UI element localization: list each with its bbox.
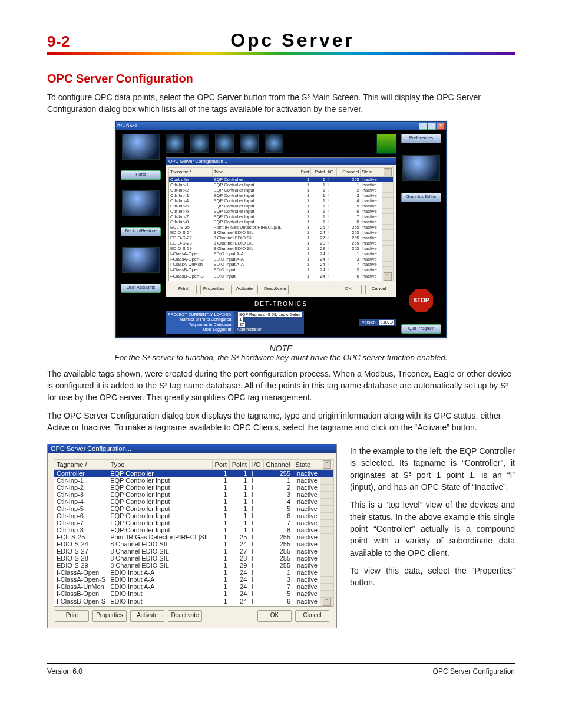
table-row[interactable]: Ctlr-Inp-4EQP Controller Input11I4Inacti…: [54, 498, 334, 505]
table-row[interactable]: I-ClassB-OpenEDIO Input124I5Inactive: [169, 267, 394, 272]
tool-icon[interactable]: [215, 134, 234, 153]
section-heading: OPC Server Configuration: [47, 72, 515, 85]
table-row[interactable]: Ctlr-Inp-7EQP Controller Input11I7Inacti…: [169, 214, 394, 219]
scroll-down-icon[interactable]: ˅: [384, 272, 392, 281]
properties-button[interactable]: Properties: [92, 610, 127, 622]
table-row[interactable]: ControllerEQP Controller11I255Inactive: [54, 470, 334, 477]
maximize-icon[interactable]: □: [428, 123, 436, 130]
col-tagname[interactable]: Tagname /: [54, 460, 108, 470]
table-row[interactable]: I-ClassA-UnMonEDIO Input A-A124I7Inactiv…: [169, 262, 394, 267]
preferences-button[interactable]: Preferences: [401, 134, 441, 143]
close-icon[interactable]: ×: [437, 123, 445, 130]
graphics-editor-button[interactable]: Graphics Editor: [401, 193, 441, 202]
table-row[interactable]: Ctlr-Inp-1EQP Controller Input11I1Inacti…: [54, 477, 334, 484]
table-row[interactable]: EDIO-S-278 Channel EDIO SIL127I255Inacti…: [169, 235, 394, 241]
ok-button[interactable]: OK: [335, 285, 362, 294]
table-row[interactable]: Ctlr-Inp-8EQP Controller Input11I8Inacti…: [54, 526, 334, 533]
brand-square-icon: [376, 134, 396, 154]
user-accounts-button[interactable]: User Accounts: [121, 284, 161, 293]
activate-button[interactable]: Activate: [130, 610, 164, 622]
col-point[interactable]: Point: [229, 460, 249, 470]
paragraph-4: In the example to the left, the EQP Cont…: [350, 445, 515, 493]
table-row[interactable]: Ctlr-Inp-5EQP Controller Input11I5Inacti…: [54, 505, 334, 512]
opc-table-mini: Tagname / Type Port Point I/O Channel St…: [168, 167, 394, 282]
thumbnail-backup: [122, 190, 160, 216]
table-row[interactable]: EDIO-S-298 Channel EDIO SIL129I255Inacti…: [54, 562, 334, 569]
table-row[interactable]: I-ClassA-Open-SEDIO Input A-A124I3Inacti…: [169, 256, 394, 262]
table-row[interactable]: Ctlr-Inp-2EQP Controller Input11I2Inacti…: [54, 484, 334, 491]
table-row[interactable]: Ctlr-Inp-5EQP Controller Input11I5Inacti…: [169, 203, 394, 209]
col-point[interactable]: Point: [310, 167, 326, 176]
brand-logo-text: DET-TRONICS: [166, 301, 396, 308]
table-row[interactable]: EDIO-S-278 Channel EDIO SIL127I255Inacti…: [54, 548, 334, 555]
table-row[interactable]: I-ClassA-OpenEDIO Input A-A124I1Inactive: [54, 569, 334, 576]
quit-program-button[interactable]: Quit Program: [401, 324, 441, 334]
col-state[interactable]: State: [361, 167, 382, 176]
page-title: Opc Server: [70, 29, 515, 51]
table-row[interactable]: Ctlr-Inp-6EQP Controller Input11I6Inacti…: [169, 209, 394, 214]
table-row[interactable]: I-ClassB-Open-SEDIO Input124I6Inactive˅: [54, 597, 334, 606]
user-logged-value: Administrator: [237, 327, 261, 331]
col-port[interactable]: Port: [297, 167, 310, 176]
deactivate-button[interactable]: Deactivate: [168, 610, 202, 622]
opc-dialog-mini: OPC Server Configuration... Tagname / Ty…: [166, 157, 396, 298]
col-state[interactable]: State: [293, 460, 320, 470]
table-row[interactable]: Ctlr-Inp-3EQP Controller Input11I3Inacti…: [169, 193, 394, 198]
tool-icon[interactable]: [240, 134, 259, 153]
table-row[interactable]: Ctlr-Inp-1EQP Controller Input11I1Inacti…: [169, 182, 394, 187]
ok-button[interactable]: OK: [257, 610, 292, 622]
table-row[interactable]: Ctlr-Inp-2EQP Controller Input11I2Inacti…: [169, 187, 394, 193]
paragraph-6: To view this data, select the “Propertie…: [350, 565, 515, 589]
backup-restore-button[interactable]: Backup/Restore: [121, 227, 161, 236]
table-row[interactable]: I-ClassA-Open-SEDIO Input A-A124I3Inacti…: [54, 576, 334, 583]
ports-configured-value: 1: [238, 317, 243, 322]
stop-sign-icon[interactable]: STOP: [409, 289, 433, 312]
table-row[interactable]: EDIO-S-248 Channel EDIO SIL124I255Inacti…: [169, 230, 394, 235]
col-type[interactable]: Type: [108, 460, 212, 470]
print-button[interactable]: Print: [55, 610, 89, 622]
thumbnail-graphics: [402, 155, 440, 181]
properties-button[interactable]: Properties: [200, 285, 227, 294]
tool-icon[interactable]: [190, 134, 209, 153]
table-row[interactable]: ECL-S-25Point IR Gas Detector|PIRECL|SIL…: [169, 225, 394, 230]
table-row[interactable]: I-ClassA-OpenEDIO Input A-A124I1Inactive: [169, 251, 394, 256]
table-row[interactable]: Ctlr-Inp-8EQP Controller Input11I8Inacti…: [169, 219, 394, 225]
col-type[interactable]: Type: [212, 167, 297, 176]
table-row[interactable]: Ctlr-Inp-3EQP Controller Input11I3Inacti…: [54, 491, 334, 498]
col-channel[interactable]: Channel: [337, 167, 361, 176]
table-row[interactable]: Ctlr-Inp-7EQP Controller Input11I7Inacti…: [54, 519, 334, 526]
activate-button[interactable]: Activate: [231, 285, 258, 294]
table-row[interactable]: EDIO-S-298 Channel EDIO SIL129I255Inacti…: [169, 246, 394, 251]
status-panel: PROJECT CURRENTLY LOADED: Number of Port…: [166, 311, 396, 334]
note-label: NOTE: [47, 344, 515, 353]
ports-button[interactable]: Ports: [121, 170, 161, 180]
scroll-down-icon[interactable]: ˅: [323, 598, 331, 606]
col-io[interactable]: I/O: [249, 460, 263, 470]
table-row[interactable]: ControllerEQP Controller11I255Inactive: [169, 176, 394, 182]
page-number: 9-2: [47, 32, 70, 51]
table-row[interactable]: I-ClassB-OpenEDIO Input124I5Inactive: [54, 590, 334, 597]
print-button[interactable]: Print: [170, 285, 197, 294]
table-row[interactable]: EDIO-S-288 Channel EDIO SIL128I255Inacti…: [169, 241, 394, 246]
table-row[interactable]: EDIO-S-248 Channel EDIO SIL124I255Inacti…: [54, 541, 334, 548]
app-titlebar: S³ - Shell _ □ ×: [116, 122, 446, 130]
table-row[interactable]: I-ClassA-UnMonEDIO Input A-A124I7Inactiv…: [54, 583, 334, 590]
table-row[interactable]: ECL-S-25Point IR Gas Detector|PIRECL|SIL…: [54, 533, 334, 541]
table-row[interactable]: I-ClassB-Open-SEDIO Input124I6Inactive˅: [169, 272, 394, 281]
cancel-button[interactable]: Cancel: [365, 285, 392, 294]
minimize-icon[interactable]: _: [419, 123, 427, 130]
col-channel[interactable]: Channel: [263, 460, 293, 470]
table-row[interactable]: Ctlr-Inp-6EQP Controller Input11I6Inacti…: [54, 512, 334, 519]
tool-icon[interactable]: [265, 134, 283, 153]
col-port[interactable]: Port: [212, 460, 229, 470]
col-io[interactable]: I/O: [326, 167, 337, 176]
deactivate-button[interactable]: Deactivate: [262, 285, 289, 294]
thumbnail-ports: [122, 134, 160, 160]
col-tagname[interactable]: Tagname /: [169, 167, 213, 176]
table-row[interactable]: Ctlr-Inp-4EQP Controller Input11I4Inacti…: [169, 198, 394, 203]
cancel-button[interactable]: Cancel: [295, 610, 329, 622]
scroll-up-icon[interactable]: ˄: [384, 168, 392, 176]
table-row[interactable]: EDIO-S-288 Channel EDIO SIL128I255Inacti…: [54, 555, 334, 562]
scroll-up-icon[interactable]: ˄: [323, 460, 331, 469]
tool-icon[interactable]: [166, 134, 184, 153]
